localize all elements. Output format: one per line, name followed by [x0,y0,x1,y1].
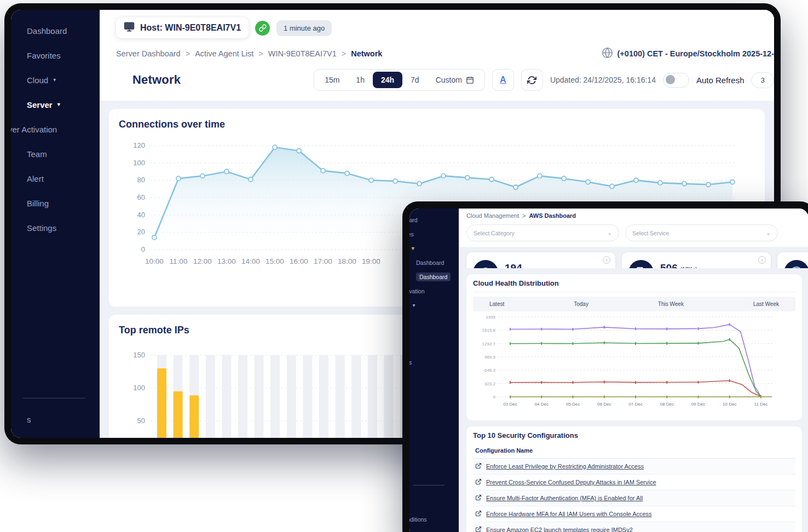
refresh-interval-select[interactable]: 3 [751,72,774,88]
select-select-category[interactable]: Select Category⌄ [466,224,619,241]
aws-breadcrumb-item[interactable]: AWS Dashboard [529,212,576,219]
annotate-button[interactable]: A [492,69,514,91]
security-config-link[interactable]: Enforce Least Privilege by Restricting A… [486,463,644,470]
sidebar-item-dashboard[interactable]: Dashboard [412,258,459,267]
security-config-row[interactable]: Prevent Cross-Service Confused Deputy At… [473,475,795,490]
breadcrumb-item[interactable]: Network [351,49,382,58]
tab-today[interactable]: Today [574,301,588,307]
sidebar-item-m[interactable]: m [409,315,459,324]
aws-dashboard-window: hboardoritesud▾DashboardDashboardActivat… [402,201,808,532]
breadcrumb-item[interactable]: Server Dashboard [116,49,181,58]
svg-text:0: 0 [493,395,496,400]
aws-sidebar: hboardoritesud▾DashboardDashboardActivat… [409,209,459,532]
chart-title: Connections over time [119,119,755,130]
aws-content: Cloud Management>AWS Dashboard Select Ca… [459,209,808,532]
sidebar-item-ud[interactable]: ud▾ [409,244,459,253]
security-config-link[interactable]: Ensure Multi-Factor Authentication (MFA)… [486,495,643,501]
svg-text:12:00: 12:00 [193,257,212,265]
svg-text:969.5: 969.5 [484,355,496,360]
chevron-down-icon: ▾ [413,303,415,308]
svg-text:150: 150 [133,351,145,359]
svg-text:40: 40 [137,211,145,219]
chevron-down-icon: ▾ [412,246,414,251]
svg-text:11 Dec: 11 Dec [754,402,768,407]
sidebar-item-team[interactable]: Team [11,147,100,160]
auto-refresh-toggle[interactable] [663,73,689,88]
time-range-custom[interactable]: Custom [428,72,482,88]
security-column-header: Configuration Name [473,443,795,459]
aws-breadcrumb-item[interactable]: Cloud Management [466,212,519,219]
sidebar-footer-item[interactable]: s [11,413,100,426]
security-config-link[interactable]: Prevent Cross-Service Confused Deputy At… [486,479,656,485]
security-config-row[interactable]: Enforce Hardware MFA for All IAM Users w… [473,506,795,522]
sidebar-item-cloud[interactable]: Cloud▾ [11,73,100,86]
sidebar-footer: s [11,398,100,426]
svg-text:16:00: 16:00 [290,257,308,265]
tab-this-week[interactable]: This Week [658,301,684,307]
security-config-row[interactable]: Ensure Amazon EC2 launch templates requi… [473,522,795,532]
sidebar-item-rt[interactable]: rt [409,329,459,338]
time-range-24h[interactable]: 24h [373,72,402,88]
tab-last-week[interactable]: Last Week [753,301,779,307]
calendar-icon [466,76,474,84]
sidebar-item-favorites[interactable]: Favorites [11,49,100,62]
sidebar-item-orites[interactable]: orites [409,229,459,239]
auto-refresh-label: Auto Refresh [696,76,744,85]
sidebar-item-billing[interactable]: Billing [11,196,100,210]
tab-latest[interactable]: Latest [489,301,504,307]
sidebar-footer-item[interactable]: Conditions [409,514,459,524]
external-link-icon [475,526,482,532]
external-link-icon [475,494,482,502]
external-link-icon [475,462,482,470]
stat-card-total-resources[interactable]: 194Total Resourcesi→ [466,252,615,268]
time-range-selector: 15m1h24h7dCustom [314,69,485,91]
info-icon[interactable]: i [603,256,610,264]
stat-card-passed-checks[interactable]: 38Passed Checksi→ [777,252,808,268]
chevron-down-icon: ▾ [53,77,56,83]
sidebar-item-dashboard[interactable]: Dashboard [11,24,100,37]
time-range-1h[interactable]: 1h [348,72,373,88]
time-range-7d[interactable]: 7d [402,72,428,88]
sidebar-item-tings[interactable]: tings [409,357,459,367]
sidebar-item-server[interactable]: Server▾ [11,98,100,111]
svg-text:19:00: 19:00 [362,257,380,265]
sidebar-item-settings[interactable]: Settings [11,221,100,234]
sidebar-item-ver[interactable]: ver▾ [409,300,459,310]
info-icon[interactable]: i [758,256,766,264]
stat-card-text: 194Total Resources [505,262,546,268]
desktop: DashboardFavoritesCloud▾Server▾rver Acti… [0,0,808,532]
refresh-button[interactable] [521,69,543,91]
sidebar-item-activation[interactable]: Activation [409,286,459,296]
security-config-link[interactable]: Enforce Hardware MFA for All IAM Users w… [486,511,652,517]
breadcrumb-item[interactable]: Active Agent List [195,49,253,58]
host-label: Host: WIN-9E0T8EAI7V1 [140,23,241,33]
svg-text:11:00: 11:00 [170,257,188,265]
svg-text:14:00: 14:00 [241,257,260,265]
sidebar-item-alert[interactable]: Alert [11,172,100,185]
stat-card-badge: (17K+) [680,267,697,268]
sidebar-item-hboard[interactable]: hboard [409,215,459,224]
time-range-15m[interactable]: 15m [316,72,348,88]
breadcrumb-item[interactable]: WIN-9E0T8EAI7V1 [268,49,337,58]
external-link-icon [475,478,482,486]
sidebar-item-dashboard[interactable]: Dashboard [412,272,459,281]
aws-sidebar-footer: cyConditions [409,485,459,530]
svg-text:1939: 1939 [486,315,495,320]
sidebar-item-ng[interactable]: ng [409,343,459,352]
timezone-display: (+0100) CET - Europe/Stockholm 2025-12- [585,47,774,60]
security-config-row[interactable]: Ensure Multi-Factor Authentication (MFA)… [473,490,795,506]
sidebar-item-rver-activation[interactable]: rver Activation [11,123,100,136]
security-config-row[interactable]: Enforce Least Privilege by Restricting A… [473,459,795,475]
cloud-health-title: Cloud Health Distribution [473,279,795,292]
svg-text:10:00: 10:00 [145,257,164,265]
breadcrumb-separator: > [186,49,190,58]
security-config-link[interactable]: Ensure Amazon EC2 launch templates requi… [486,527,633,532]
host-pill: Host: WIN-9E0T8EAI7V1 [116,18,249,38]
stat-card-checks[interactable]: 506(17K+)Checksi→ [622,252,771,268]
svg-text:0: 0 [141,245,145,253]
svg-text:03 Dec: 03 Dec [503,402,517,407]
sidebar-footer-item[interactable]: cy [409,499,459,508]
svg-text:120: 120 [133,141,145,149]
select-select-service[interactable]: Select Service⌄ [625,224,778,241]
health-tabs: LatestTodayThis WeekLast Week [473,297,795,311]
